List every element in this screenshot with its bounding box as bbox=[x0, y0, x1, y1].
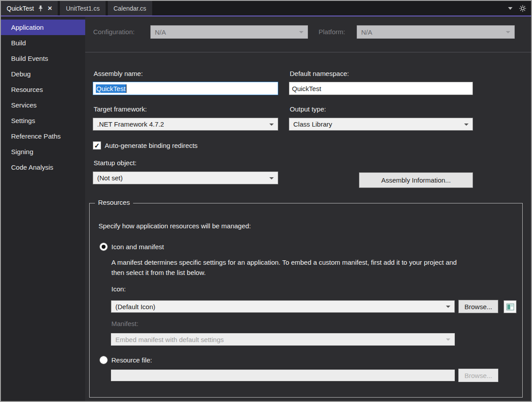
chevron-down-icon bbox=[446, 306, 450, 308]
sidebar-item-services[interactable]: Services bbox=[1, 97, 85, 113]
tab-label: QuickTest bbox=[7, 5, 34, 12]
platform-select: N/A bbox=[357, 25, 515, 39]
chevron-down-icon bbox=[269, 123, 274, 126]
auto-generate-label: Auto-generate binding redirects bbox=[105, 142, 197, 149]
sidebar-item-reference-paths[interactable]: Reference Paths bbox=[1, 128, 85, 144]
startup-object-value: (Not set) bbox=[97, 174, 123, 182]
application-icon-preview bbox=[504, 300, 516, 313]
sidebar-item-label: Reference Paths bbox=[11, 132, 61, 140]
check-icon: ✓ bbox=[94, 142, 100, 149]
sidebar-item-debug[interactable]: Debug bbox=[1, 66, 85, 82]
properties-sidebar: Application Build Build Events Debug Res… bbox=[1, 16, 85, 401]
startup-object-select[interactable]: (Not set) bbox=[93, 171, 278, 184]
sidebar-item-label: Code Analysis bbox=[11, 163, 53, 171]
sidebar-item-label: Resources bbox=[11, 86, 43, 93]
sidebar-item-build[interactable]: Build bbox=[1, 35, 85, 51]
output-type-label: Output type: bbox=[290, 105, 326, 113]
sidebar-item-label: Services bbox=[11, 101, 37, 109]
resources-groupbox: Resources Specify how application resour… bbox=[89, 203, 523, 398]
target-framework-label: Target framework: bbox=[94, 105, 147, 113]
tab-icon-group: × bbox=[38, 4, 52, 12]
resource-file-label: Resource file: bbox=[111, 356, 152, 364]
chevron-down-icon bbox=[464, 123, 469, 126]
configuration-select: N/A bbox=[150, 25, 308, 39]
tab-label: Calendar.cs bbox=[114, 5, 146, 12]
text-caret bbox=[126, 84, 126, 93]
manifest-help-text: A manifest determines specific settings … bbox=[111, 257, 462, 278]
default-namespace-value: QuickTest bbox=[292, 85, 321, 92]
chevron-down-icon bbox=[446, 338, 450, 341]
default-namespace-label: Default namespace: bbox=[290, 70, 349, 77]
sidebar-item-label: Signing bbox=[11, 148, 33, 155]
icon-and-manifest-radio[interactable] bbox=[99, 243, 108, 251]
chevron-down-icon bbox=[269, 177, 274, 179]
manifest-label: Manifest: bbox=[111, 320, 138, 327]
resource-file-radio[interactable] bbox=[99, 356, 108, 364]
sidebar-item-resources[interactable]: Resources bbox=[1, 82, 85, 97]
auto-generate-checkbox[interactable]: ✓ bbox=[93, 141, 101, 150]
resource-browse-button: Browse... bbox=[458, 369, 498, 382]
icon-select[interactable]: (Default Icon) bbox=[111, 300, 455, 313]
output-type-select[interactable]: Class Library bbox=[289, 118, 473, 131]
application-properties-panel: Configuration: N/A Platform: N/A Assembl… bbox=[85, 16, 531, 401]
tab-quicktest[interactable]: QuickTest × bbox=[1, 1, 58, 16]
icon-label: Icon: bbox=[111, 285, 126, 293]
tab-calendar[interactable]: Calendar.cs bbox=[108, 1, 152, 16]
close-icon[interactable]: × bbox=[47, 4, 52, 12]
sidebar-item-label: Settings bbox=[11, 117, 35, 124]
platform-value: N/A bbox=[361, 28, 372, 36]
configuration-value: N/A bbox=[155, 28, 166, 36]
assembly-information-button[interactable]: Assembly Information... bbox=[359, 172, 473, 188]
target-framework-value: .NET Framework 4.7.2 bbox=[97, 120, 164, 128]
sidebar-item-label: Build bbox=[11, 39, 26, 47]
default-namespace-input[interactable]: QuickTest bbox=[289, 82, 473, 95]
sidebar-item-label: Application bbox=[11, 24, 43, 31]
sidebar-item-signing[interactable]: Signing bbox=[1, 144, 85, 159]
tab-unittest1[interactable]: UnitTest1.cs bbox=[60, 1, 105, 16]
resources-description: Specify how application resources will b… bbox=[99, 222, 251, 230]
icon-browse-button[interactable]: Browse... bbox=[458, 300, 498, 313]
sidebar-item-settings[interactable]: Settings bbox=[1, 113, 85, 128]
chevron-down-icon[interactable] bbox=[508, 7, 512, 10]
resource-file-input bbox=[111, 370, 455, 381]
manifest-select: Embed manifest with default settings bbox=[111, 333, 455, 346]
icon-value: (Default Icon) bbox=[115, 303, 155, 310]
resources-group-title: Resources bbox=[95, 199, 133, 206]
tab-bar-actions bbox=[508, 1, 531, 16]
selected-text: QuickTest bbox=[96, 84, 126, 93]
sidebar-item-label: Build Events bbox=[11, 55, 48, 62]
platform-label: Platform: bbox=[319, 28, 345, 36]
chevron-down-icon bbox=[506, 31, 510, 33]
section-divider bbox=[85, 52, 531, 52]
sidebar-item-code-analysis[interactable]: Code Analysis bbox=[1, 159, 85, 175]
tab-label: UnitTest1.cs bbox=[66, 5, 99, 12]
document-tab-bar: QuickTest × UnitTest1.cs Calendar.cs bbox=[1, 1, 531, 16]
configuration-label: Configuration: bbox=[93, 28, 134, 36]
output-type-value: Class Library bbox=[293, 120, 332, 128]
target-framework-select[interactable]: .NET Framework 4.7.2 bbox=[93, 118, 278, 131]
image-icon bbox=[506, 303, 514, 311]
manifest-value: Embed manifest with default settings bbox=[115, 336, 224, 343]
sidebar-item-label: Debug bbox=[11, 70, 31, 78]
sidebar-item-build-events[interactable]: Build Events bbox=[1, 51, 85, 66]
sidebar-item-application[interactable]: Application bbox=[1, 20, 85, 35]
vs-properties-window: QuickTest × UnitTest1.cs Calendar.cs bbox=[0, 0, 532, 402]
icon-and-manifest-label: Icon and manifest bbox=[111, 243, 164, 251]
page-body: Application Build Build Events Debug Res… bbox=[1, 16, 531, 401]
gear-icon[interactable] bbox=[519, 5, 526, 12]
chevron-down-icon bbox=[299, 31, 303, 33]
assembly-name-input[interactable]: QuickTest bbox=[93, 82, 278, 95]
pin-icon[interactable] bbox=[38, 5, 43, 12]
startup-object-label: Startup object: bbox=[94, 159, 137, 167]
assembly-name-label: Assembly name: bbox=[94, 70, 143, 77]
